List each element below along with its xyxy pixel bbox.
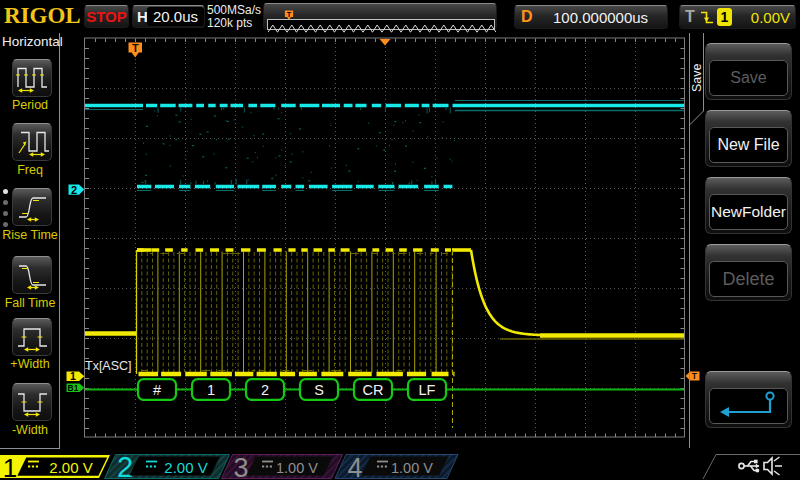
svg-text:1.00 V: 1.00 V: [391, 460, 433, 476]
svg-text:2: 2: [71, 184, 77, 196]
svg-text:Tx[ASC]: Tx[ASC]: [85, 359, 132, 373]
svg-text:T: T: [132, 42, 139, 54]
svg-text:S: S: [314, 382, 324, 398]
svg-text:2.00 V: 2.00 V: [49, 459, 92, 476]
svg-text:4: 4: [347, 453, 362, 480]
svg-text:T: T: [692, 371, 698, 381]
svg-text:T: T: [287, 10, 292, 19]
svg-text:1.00 V: 1.00 V: [276, 460, 318, 476]
svg-text:2.00 V: 2.00 V: [164, 459, 207, 476]
svg-text:#: #: [153, 382, 161, 398]
svg-text:CR: CR: [363, 382, 384, 398]
svg-text:LF: LF: [419, 382, 436, 398]
svg-text:1: 1: [207, 382, 215, 398]
svg-text:3: 3: [233, 453, 248, 480]
svg-text:2: 2: [261, 382, 269, 398]
svg-text:1: 1: [3, 453, 17, 480]
svg-text:2: 2: [117, 451, 133, 480]
svg-text:1: 1: [70, 370, 76, 382]
svg-text:B1: B1: [68, 383, 79, 393]
